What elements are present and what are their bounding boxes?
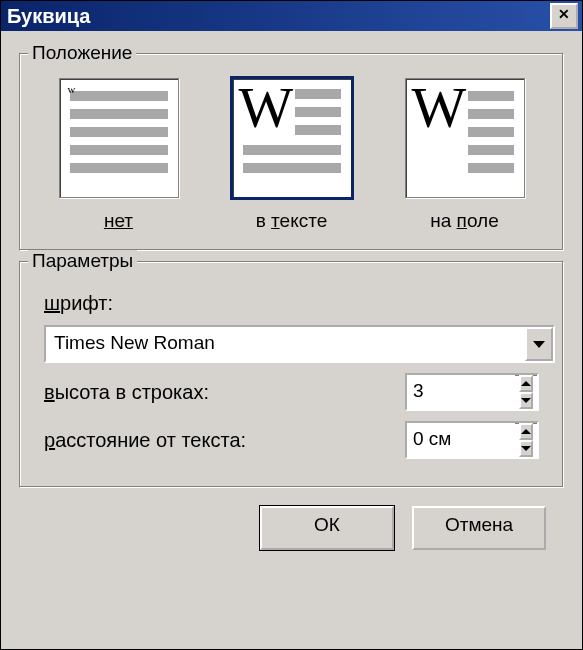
font-row: шрифт: (44, 292, 539, 315)
thumb-none: w (59, 78, 179, 198)
thumb-intext: W (232, 78, 352, 198)
chevron-down-icon (521, 446, 531, 451)
position-option-intext-label: в тексте (232, 210, 352, 232)
position-option-intext[interactable]: W в тексте (232, 78, 352, 232)
lines-row: высота в строках: 3 (44, 373, 539, 411)
group-position-label: Положение (28, 42, 136, 64)
chevron-down-icon (533, 341, 545, 348)
distance-spin-down[interactable] (519, 440, 533, 457)
distance-spinner[interactable]: 0 см (405, 421, 539, 459)
titlebar: Буквица ✕ (1, 1, 582, 31)
close-icon: ✕ (558, 6, 570, 22)
group-parameters-label: Параметры (28, 250, 137, 272)
thumb-none-lines (70, 91, 168, 173)
cancel-button[interactable]: Отмена (412, 506, 546, 550)
font-label: шрифт: (44, 292, 113, 315)
thumb-intext-letter: W (239, 83, 294, 133)
position-option-none-label: нет (59, 210, 179, 232)
chevron-down-icon (521, 398, 531, 403)
thumb-none-letter: w (68, 83, 76, 95)
ok-button[interactable]: ОК (260, 506, 394, 550)
window-title: Буквица (7, 5, 91, 28)
thumb-intext-sidelines (295, 89, 341, 135)
position-option-margin-label: на поле (405, 210, 525, 232)
position-option-none[interactable]: w нет (59, 78, 179, 232)
thumb-margin-sidelines (468, 91, 514, 173)
thumb-margin: W (405, 78, 525, 198)
font-dropdown-button[interactable] (525, 327, 553, 361)
chevron-up-icon (521, 381, 531, 386)
lines-spin-down[interactable] (519, 392, 533, 409)
lines-spin-up[interactable] (519, 375, 533, 392)
chevron-up-icon (521, 429, 531, 434)
distance-value: 0 см (407, 423, 515, 457)
distance-spin-up[interactable] (519, 423, 533, 440)
thumb-margin-letter: W (412, 83, 467, 133)
thumb-intext-lines (243, 145, 341, 173)
position-option-margin[interactable]: W на поле (405, 78, 525, 232)
font-value: Times New Roman (46, 327, 525, 361)
lines-spinner[interactable]: 3 (405, 373, 539, 411)
distance-row: расстояние от текста: 0 см (44, 421, 539, 459)
group-parameters: Параметры шрифт: Times New Roman высота … (19, 261, 564, 488)
font-combobox[interactable]: Times New Roman (44, 325, 555, 363)
distance-label: расстояние от текста: (44, 429, 246, 452)
group-position: Положение w нет W (19, 53, 564, 251)
dialog-body: Положение w нет W (1, 31, 582, 568)
lines-value: 3 (407, 375, 515, 409)
close-button[interactable]: ✕ (550, 3, 578, 29)
dialog-buttons: ОК Отмена (19, 488, 564, 550)
dialog-window: Буквица ✕ Положение w нет (0, 0, 583, 650)
lines-label: высота в строках: (44, 381, 209, 404)
position-options: w нет W (38, 74, 545, 232)
